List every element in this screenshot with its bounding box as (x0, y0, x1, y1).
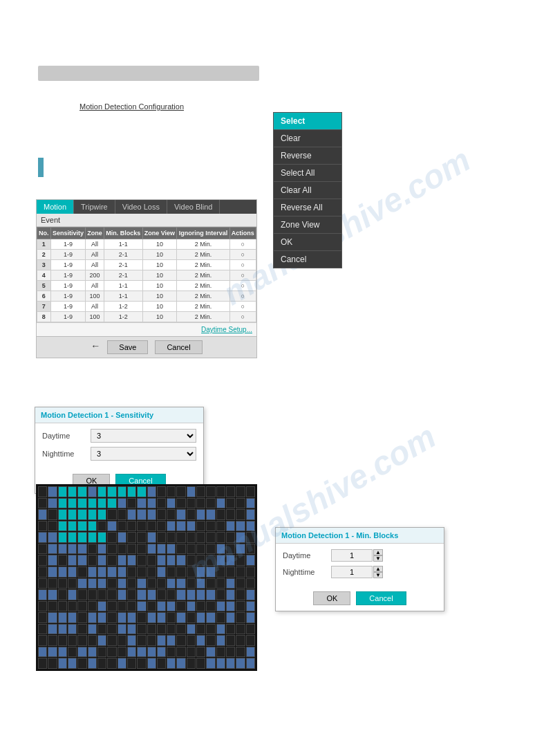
zone-cell[interactable] (68, 532, 77, 543)
zone-cell[interactable] (206, 601, 215, 612)
zone-cell[interactable] (68, 658, 77, 669)
zone-cell[interactable] (137, 566, 146, 578)
zone-cell[interactable] (97, 521, 106, 532)
menu-item-select[interactable]: Select (274, 113, 341, 130)
zone-cell[interactable] (38, 509, 47, 520)
zone-cell[interactable] (226, 601, 235, 612)
zone-cell[interactable] (226, 658, 235, 669)
zone-cell[interactable] (226, 498, 235, 509)
zone-cell[interactable] (206, 486, 215, 497)
zone-cell[interactable] (236, 498, 245, 509)
zone-cell[interactable] (118, 624, 126, 635)
zone-cell[interactable] (216, 612, 225, 623)
zone-cell[interactable] (137, 521, 146, 532)
zone-cell[interactable] (97, 635, 106, 646)
zone-cell[interactable] (68, 555, 77, 566)
zone-cell[interactable] (236, 658, 245, 669)
zone-cell[interactable] (48, 635, 57, 646)
zone-cell[interactable] (236, 544, 245, 555)
zone-cell[interactable] (107, 509, 116, 520)
zone-cell[interactable] (127, 566, 136, 578)
zone-cell[interactable] (118, 544, 126, 555)
zone-cell[interactable] (118, 498, 126, 509)
zone-cell[interactable] (246, 532, 255, 543)
zone-cell[interactable] (38, 578, 47, 589)
tab-video-loss[interactable]: Video Loss (115, 200, 167, 214)
zone-cell[interactable] (88, 589, 97, 600)
zone-cell[interactable] (246, 589, 255, 600)
zone-cell[interactable] (216, 521, 225, 532)
zone-cell[interactable] (137, 498, 146, 509)
zone-cell[interactable] (68, 612, 77, 623)
zone-cell[interactable] (97, 486, 106, 497)
zone-cell[interactable] (206, 647, 215, 658)
zone-cell[interactable] (147, 486, 156, 497)
zone-cell[interactable] (48, 566, 57, 578)
zone-cell[interactable] (48, 509, 57, 520)
zone-cell[interactable] (147, 498, 156, 509)
zone-cell[interactable] (97, 555, 106, 566)
zone-cell[interactable] (167, 509, 176, 520)
zone-cell[interactable] (236, 578, 245, 589)
zone-cell[interactable] (226, 521, 235, 532)
zone-cell[interactable] (187, 532, 196, 543)
zone-cell[interactable] (206, 509, 215, 520)
zone-cell[interactable] (137, 509, 146, 520)
table-cell[interactable]: ○ (229, 312, 256, 322)
zone-cell[interactable] (236, 566, 245, 578)
zone-cell[interactable] (58, 498, 67, 509)
zone-cell[interactable] (196, 589, 205, 600)
zone-cell[interactable] (206, 624, 215, 635)
zone-cell[interactable] (176, 509, 185, 520)
zone-cell[interactable] (68, 566, 77, 578)
zone-cell[interactable] (167, 544, 176, 555)
zone-cell[interactable] (88, 486, 97, 497)
zone-cell[interactable] (77, 624, 86, 635)
zone-cell[interactable] (38, 624, 47, 635)
zone-cell[interactable] (68, 521, 77, 532)
zone-cell[interactable] (107, 658, 116, 669)
zone-cell[interactable] (226, 544, 235, 555)
zone-cell[interactable] (68, 544, 77, 555)
zone-cell[interactable] (88, 624, 97, 635)
zone-cell[interactable] (176, 578, 185, 589)
zone-cell[interactable] (118, 521, 126, 532)
zone-cell[interactable] (157, 555, 166, 566)
zone-cell[interactable] (127, 498, 136, 509)
zone-cell[interactable] (88, 601, 97, 612)
menu-item-reverse-all[interactable]: Reverse All (274, 199, 341, 216)
zone-cell[interactable] (48, 624, 57, 635)
zone-cell[interactable] (97, 578, 106, 589)
zone-cell[interactable] (236, 612, 245, 623)
zone-cell[interactable] (246, 555, 255, 566)
zone-cell[interactable] (216, 647, 225, 658)
zone-cell[interactable] (137, 601, 146, 612)
zone-cell[interactable] (187, 486, 196, 497)
zone-cell[interactable] (196, 612, 205, 623)
zone-cell[interactable] (167, 566, 176, 578)
zone-cell[interactable] (97, 624, 106, 635)
zone-cell[interactable] (216, 486, 225, 497)
zone-cell[interactable] (157, 658, 166, 669)
zone-cell[interactable] (77, 555, 86, 566)
zone-cell[interactable] (68, 624, 77, 635)
zone-cell[interactable] (58, 589, 67, 600)
zone-cell[interactable] (97, 544, 106, 555)
zone-cell[interactable] (127, 624, 136, 635)
zone-cell[interactable] (127, 532, 136, 543)
zone-cell[interactable] (226, 486, 235, 497)
zone-cell[interactable] (97, 566, 106, 578)
zone-cell[interactable] (147, 624, 156, 635)
zone-cell[interactable] (88, 532, 97, 543)
zone-cell[interactable] (58, 635, 67, 646)
zone-cell[interactable] (48, 544, 57, 555)
minblocks-daytime-input[interactable] (331, 549, 373, 562)
zone-cell[interactable] (88, 544, 97, 555)
zone-cell[interactable] (236, 521, 245, 532)
zone-cell[interactable] (118, 486, 126, 497)
zone-cell[interactable] (176, 544, 185, 555)
zone-cell[interactable] (216, 601, 225, 612)
minblocks-ok-button[interactable]: OK (313, 591, 350, 605)
zone-cell[interactable] (216, 555, 225, 566)
zone-cell[interactable] (167, 612, 176, 623)
